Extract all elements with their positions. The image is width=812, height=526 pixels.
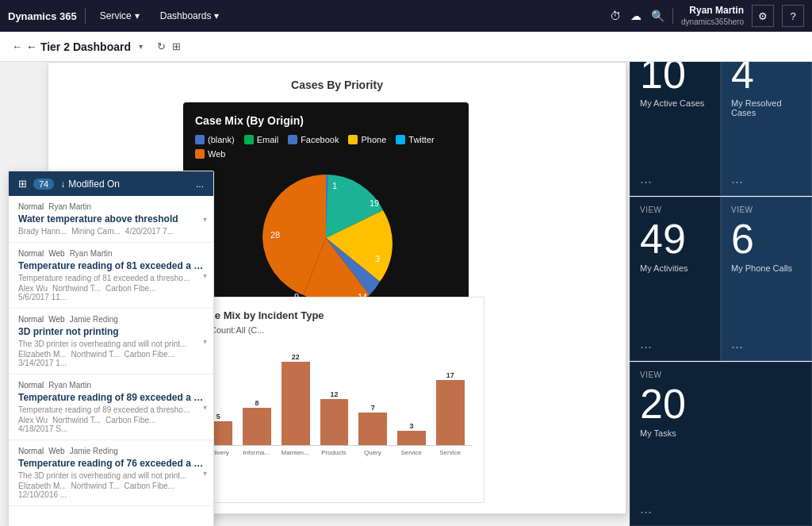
- svg-text:19: 19: [370, 198, 379, 208]
- bar-chart-section: Case Mix by Incident Type Count:All (C..…: [183, 297, 485, 503]
- back-button[interactable]: ← ← Tier 2 Dashboard: [12, 40, 131, 53]
- sub-navigation: ← ← Tier 2 Dashboard ▾ ↻ ⊞: [0, 32, 812, 62]
- chevron-down-icon: ▾: [203, 469, 207, 478]
- nav-icons: ⏱ ☁ 🔍: [610, 10, 665, 22]
- legend-facebook: Facebook: [288, 135, 339, 144]
- settings-button[interactable]: ⚙: [752, 5, 774, 27]
- legend-phone: Phone: [348, 135, 386, 144]
- list-item[interactable]: Normal Ryan Martin Water temperature abo…: [9, 196, 213, 243]
- user-info: Ryan Martin dynamics365hero: [681, 5, 744, 28]
- tile-more-icon[interactable]: ···: [640, 504, 652, 520]
- legend-blank: (blank): [195, 135, 235, 144]
- legend-email: Email: [244, 135, 279, 144]
- list-more-button[interactable]: ...: [196, 179, 204, 190]
- tile-more-icon[interactable]: ···: [731, 339, 743, 355]
- tile-my-tasks[interactable]: View 20 My Tasks ···: [630, 362, 812, 526]
- tile-my-phone-calls[interactable]: View 6 My Phone Calls ···: [721, 197, 812, 361]
- dropdown-chevron-icon[interactable]: ▾: [139, 42, 143, 51]
- legend-twitter: Twitter: [396, 135, 434, 144]
- tile-more-icon[interactable]: ···: [731, 174, 743, 190]
- bar-query: 7: [355, 404, 391, 445]
- bar-information: 8: [239, 399, 275, 445]
- bar-products: 12: [316, 390, 352, 445]
- list-item[interactable]: Normal Web Jamie Reding 3D printer not p…: [9, 309, 213, 374]
- tile-my-activities[interactable]: View 49 My Activities ···: [630, 197, 721, 361]
- sub-nav-actions: ↻ ⊞: [157, 40, 181, 52]
- nav-logo: Dynamics 365: [8, 10, 77, 22]
- top-navigation: Dynamics 365 Service ▾ Dashboards ▾ ⏱ ☁ …: [0, 0, 812, 32]
- list-panel: ⊞ 74 ↓ Modified On ... Normal Ryan Marti…: [8, 171, 214, 526]
- bar-service-1: 3: [394, 422, 430, 445]
- cloud-icon[interactable]: ☁: [630, 10, 642, 22]
- clock-icon[interactable]: ⏱: [610, 10, 621, 22]
- chevron-down-icon: ▾: [203, 271, 207, 280]
- chevron-down-icon: ▾: [203, 215, 207, 224]
- pie-chart-title: Case Mix (By Origin): [195, 114, 457, 127]
- svg-text:1: 1: [332, 181, 337, 190]
- refresh-icon[interactable]: ↻: [157, 40, 166, 52]
- dashboards-menu[interactable]: Dashboards ▾: [154, 7, 226, 25]
- list-header: ⊞ 74 ↓ Modified On ...: [9, 171, 213, 196]
- cases-priority-title: Cases By Priority: [72, 79, 602, 91]
- bar-chart-legend: Count:All (C...: [196, 325, 472, 335]
- tile-row-3: View 20 My Tasks ···: [630, 362, 812, 526]
- bar-x-labels: Delivery Informa... Mainten... Products …: [196, 449, 472, 456]
- service-menu[interactable]: Service ▾: [94, 7, 146, 25]
- help-button[interactable]: ?: [782, 5, 804, 27]
- nav-divider: [85, 8, 86, 24]
- tiles-panel: View 10 My Active Cases ··· View 4 My Re…: [630, 32, 812, 526]
- filter-icon[interactable]: ⊞: [172, 40, 181, 52]
- list-item[interactable]: Normal Web Ryan Martin Temperature readi…: [9, 243, 213, 309]
- chevron-down-icon: ▾: [203, 403, 207, 412]
- bar-maintenance: 22: [278, 353, 313, 445]
- list-item[interactable]: Normal Ryan Martin Temperature reading o…: [9, 374, 213, 440]
- chevron-down-icon: ▾: [203, 337, 207, 346]
- legend-web: Web: [195, 149, 225, 159]
- bar-chart-visual: 5 8 22 12: [196, 343, 472, 446]
- tile-row-2: View 49 My Activities ··· View 6 My Phon…: [630, 197, 812, 361]
- sort-control[interactable]: ↓ Modified On: [60, 179, 190, 190]
- pie-chart-visual: 1 19 3 14 9 28: [195, 167, 457, 309]
- search-icon[interactable]: 🔍: [651, 10, 665, 22]
- list-item[interactable]: Normal Web Jamie Reding Temperature read…: [9, 440, 213, 506]
- tile-more-icon[interactable]: ···: [640, 339, 652, 355]
- bar-service-2: 17: [432, 371, 468, 445]
- tile-more-icon[interactable]: ···: [640, 174, 652, 190]
- main-content: ← ← Tier 2 Dashboard ▾ ↻ ⊞ Cases By Prio…: [0, 32, 812, 526]
- pie-legend: (blank) Email Facebook Phone Twitter: [195, 135, 457, 159]
- bar-chart-title: Case Mix by Incident Type: [196, 309, 472, 321]
- svg-text:3: 3: [375, 254, 380, 263]
- svg-text:28: 28: [270, 230, 280, 240]
